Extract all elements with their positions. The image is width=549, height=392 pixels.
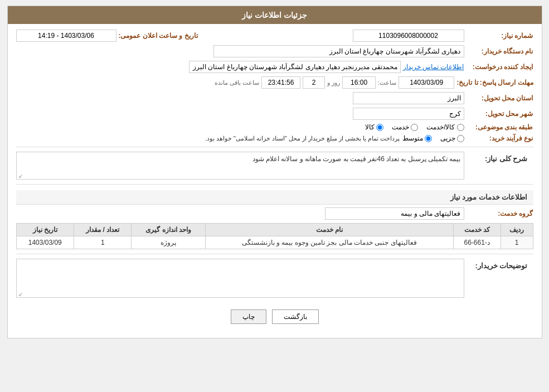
category-row: طبقه بندی موضوعی: کالا/خدمت خدمت کالا	[16, 123, 533, 131]
print-button[interactable]: چاپ	[231, 309, 266, 324]
creator-input[interactable]	[189, 61, 401, 73]
divider-3	[16, 254, 533, 254]
cell-name: فعالیتهای جنبی خدمات مالی بجز تامین وجوه…	[206, 236, 454, 249]
purchase-type-radio-group: جزیی متوسط	[402, 134, 464, 142]
org-input[interactable]	[213, 45, 464, 57]
buyer-notes-wrapper: ↙	[16, 259, 464, 298]
deadline-row: مهلت ارسال پاسخ: تا تاریخ: ساعت: روز و س…	[16, 76, 533, 89]
date-input[interactable]	[16, 30, 116, 42]
back-button[interactable]: بازگشت	[272, 309, 319, 324]
purchase-type-row: نوع فرآیند خرید: جزیی متوسط پرداخت تمام …	[16, 134, 533, 142]
bottom-buttons: بازگشت چاپ	[16, 301, 533, 332]
cell-quantity: 1	[74, 236, 132, 249]
category-khedmat-radio[interactable]	[411, 124, 418, 131]
col-header-quantity: تعداد / مقدار	[74, 224, 132, 236]
deadline-date-input[interactable]	[399, 76, 454, 89]
table-row: 1 د-661-66 فعالیتهای جنبی خدمات مالی بجز…	[16, 236, 533, 249]
service-group-row: گروه خدمت:	[16, 207, 533, 220]
col-header-unit: واحد اندازه گیری	[132, 224, 206, 236]
purchase-motovaset-radio[interactable]	[425, 135, 432, 142]
date-label: تاریخ و ساعت اعلان عمومی:	[119, 32, 198, 40]
purchase-type-label: نوع فرآیند خرید:	[467, 134, 533, 142]
table-header-row: ردیف کد خدمت نام خدمت واحد اندازه گیری ت…	[16, 224, 533, 236]
category-kala-only-radio[interactable]	[376, 124, 383, 131]
category-label: طبقه بندی موضوعی:	[467, 123, 533, 131]
content-area: شماره نیاز: تاریخ و ساعت اعلان عمومی: نا…	[8, 24, 542, 338]
col-header-row-num: ردیف	[501, 224, 533, 236]
description-row: شرح کلی نیاز: بیمه تکمیلی پرسنل به تعداد…	[16, 152, 533, 180]
buyer-notes-content	[16, 259, 464, 298]
col-header-name: نام خدمت	[206, 224, 454, 236]
page-title: جزئیات اطلاعات نیاز	[8, 6, 542, 24]
creator-label: ایجاد کننده درخواست:	[467, 63, 533, 71]
province-input[interactable]	[353, 92, 464, 104]
province-row: استان محل تحویل:	[16, 92, 533, 104]
description-content: بیمه تکمیلی پرسنل به تعداد 46نفر قیمت به…	[16, 152, 464, 180]
buyer-notes-row: توضیحات خریدار: ↙	[16, 259, 533, 298]
deadline-label: مهلت ارسال پاسخ: تا تاریخ:	[456, 79, 533, 86]
category-radio-group: کالا/خدمت خدمت کالا	[365, 123, 464, 131]
purchase-type-note: پرداخت تمام یا بخشی از مبلغ خریدار از مح…	[205, 135, 400, 142]
category-kala-only-label: کالا	[365, 123, 375, 131]
category-kala-radio[interactable]	[457, 124, 464, 131]
cell-unit: پروژه	[132, 236, 206, 249]
category-khedmat-label: خدمت	[392, 123, 409, 131]
cell-date: 1403/03/09	[16, 236, 74, 249]
city-label: شهر محل تحویل:	[467, 110, 533, 118]
category-kala-only-option[interactable]: کالا	[365, 123, 383, 131]
need-number-label: شماره نیاز:	[467, 32, 533, 40]
city-row: شهر محل تحویل:	[16, 108, 533, 120]
deadline-remaining-input[interactable]	[261, 76, 300, 89]
purchase-jozi-label: جزیی	[440, 134, 455, 142]
need-number-row: شماره نیاز: تاریخ و ساعت اعلان عمومی:	[16, 30, 533, 42]
org-row: نام دستگاه خریدار:	[16, 45, 533, 57]
deadline-remaining-label: ساعت باقی مانده	[215, 79, 259, 86]
creator-row: ایجاد کننده درخواست: اطلاعات تماس خریدار	[16, 61, 533, 73]
deadline-days-label: روز و	[327, 79, 340, 86]
cell-code: د-661-66	[453, 236, 501, 249]
purchase-motovaset-option[interactable]: متوسط	[402, 134, 432, 142]
purchase-jozi-option[interactable]: جزیی	[440, 134, 464, 142]
purchase-motovaset-label: متوسط	[402, 134, 423, 142]
purchase-jozi-radio[interactable]	[457, 135, 464, 142]
divider-1	[16, 147, 533, 147]
cell-row-num: 1	[501, 236, 533, 249]
description-text: بیمه تکمیلی پرسنل به تعداد 46نفر قیمت به…	[252, 155, 461, 163]
service-group-input[interactable]	[325, 207, 464, 220]
category-kala-label: کالا/خدمت	[426, 123, 455, 131]
divider-2	[16, 184, 533, 185]
description-wrapper: بیمه تکمیلی پرسنل به تعداد 46نفر قیمت به…	[16, 152, 464, 180]
services-section-title: اطلاعات خدمات مورد نیاز	[16, 190, 533, 205]
need-number-input[interactable]	[353, 30, 464, 42]
service-group-label: گروه خدمت:	[467, 210, 533, 217]
main-container: جزئیات اطلاعات نیاز شماره نیاز: تاریخ و …	[7, 6, 542, 338]
services-table: ردیف کد خدمت نام خدمت واحد اندازه گیری ت…	[16, 223, 533, 249]
description-label: شرح کلی نیاز:	[467, 152, 533, 166]
buyer-notes-resize-handle[interactable]: ↙	[16, 291, 23, 298]
org-label: نام دستگاه خریدار:	[467, 47, 533, 55]
city-input[interactable]	[353, 108, 464, 120]
buyer-notes-label: توضیحات خریدار:	[467, 259, 533, 273]
deadline-time-input[interactable]	[342, 76, 376, 89]
creator-contact-link[interactable]: اطلاعات تماس خریدار	[403, 63, 464, 71]
province-label: استان محل تحویل:	[467, 94, 533, 102]
category-khedmat-option[interactable]: خدمت	[392, 123, 418, 131]
col-header-date: تاریخ نیاز	[16, 224, 74, 236]
description-resize-handle[interactable]: ↙	[16, 173, 23, 180]
category-kala-option[interactable]: کالا/خدمت	[426, 123, 464, 131]
deadline-days-input[interactable]	[303, 76, 325, 89]
col-header-code: کد خدمت	[453, 224, 501, 236]
deadline-time-label: ساعت:	[378, 79, 396, 86]
